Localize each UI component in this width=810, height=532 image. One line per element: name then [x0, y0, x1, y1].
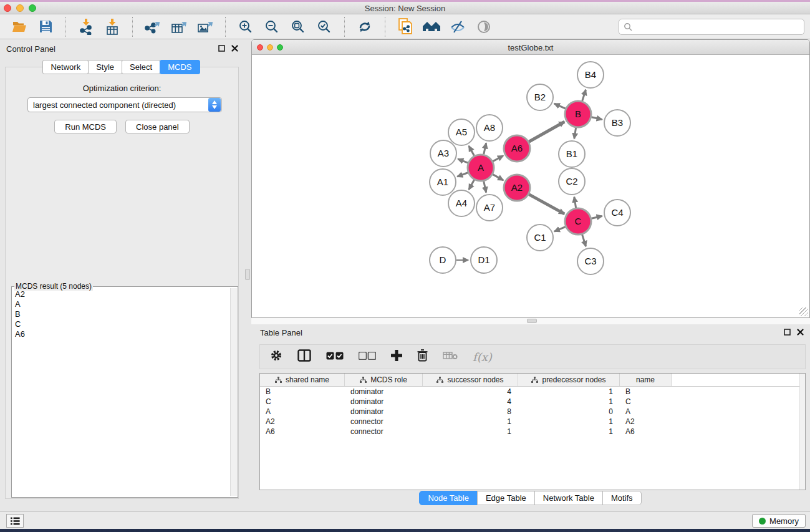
float-panel-icon[interactable]	[218, 45, 225, 52]
table-cell[interactable]: 0	[518, 407, 620, 417]
graph-edge-A2-C[interactable]	[529, 195, 564, 214]
graph-node-C4[interactable]: C4	[604, 200, 630, 226]
table-cell[interactable]: 1	[518, 417, 620, 427]
table-cell[interactable]: 1	[423, 427, 518, 437]
table-cell[interactable]: A6	[260, 427, 345, 437]
task-history-button[interactable]	[6, 514, 24, 528]
graph-edge-B-B3[interactable]	[591, 117, 602, 120]
graph-node-D[interactable]: D	[430, 247, 456, 273]
tab-style[interactable]: Style	[88, 60, 122, 74]
tab-network[interactable]: Network	[42, 60, 89, 74]
graph-edge-B-B1[interactable]	[574, 128, 576, 139]
table-cell[interactable]: 1	[518, 397, 620, 407]
graph-node-A8[interactable]: A8	[476, 115, 503, 141]
graph-node-A3[interactable]: A3	[430, 140, 456, 167]
refresh-view-button[interactable]	[355, 17, 375, 37]
hide-graphics-details-button[interactable]	[448, 17, 468, 37]
import-table-button[interactable]	[102, 17, 122, 37]
graph-node-C1[interactable]: C1	[527, 225, 553, 251]
column-header[interactable]: predecessor nodes	[518, 374, 620, 386]
table-row[interactable]: Adominator80A	[260, 407, 805, 417]
graph-edge-A-A3[interactable]	[458, 159, 468, 163]
select-all-columns-button[interactable]	[326, 351, 344, 362]
table-cell[interactable]: 8	[423, 407, 518, 417]
graph-edge-A-A2[interactable]	[493, 175, 503, 180]
table-cell[interactable]: 1	[518, 387, 620, 397]
zoom-fit-button[interactable]	[288, 17, 308, 37]
table-cell[interactable]: C	[620, 397, 672, 407]
table-row[interactable]: A6connector11A6	[260, 427, 805, 437]
graph-node-A1[interactable]: A1	[430, 169, 456, 195]
table-cell[interactable]: 1	[518, 427, 620, 437]
column-header[interactable]: MCDS role	[345, 374, 423, 386]
column-header[interactable]: successor nodes	[423, 374, 518, 386]
graph-node-A5[interactable]: A5	[448, 119, 475, 145]
table-row[interactable]: Cdominator41C	[260, 397, 805, 407]
table-cell[interactable]: 4	[423, 387, 518, 397]
import-network-button[interactable]	[76, 17, 96, 37]
graph-node-B1[interactable]: B1	[559, 141, 585, 167]
table-cell[interactable]: connector	[345, 417, 423, 427]
graph-edge-A-A6[interactable]	[493, 156, 503, 162]
graph-node-B[interactable]: B	[565, 101, 591, 127]
graph-edge-A6-B[interactable]	[529, 122, 564, 142]
graph-edge-C-C1[interactable]	[554, 227, 566, 232]
table-cell[interactable]: connector	[345, 427, 423, 437]
open-session-button[interactable]	[9, 17, 29, 37]
graph-node-B4[interactable]: B4	[577, 62, 604, 88]
table-cell[interactable]: A	[260, 407, 345, 417]
delete-columns-button[interactable]	[417, 349, 428, 364]
graph-node-C2[interactable]: C2	[559, 168, 585, 195]
show-graphics-details-button[interactable]	[474, 17, 494, 37]
zoom-selected-button[interactable]	[314, 17, 334, 37]
horizontal-splitter[interactable]	[251, 318, 810, 324]
graph-node-B3[interactable]: B3	[604, 110, 630, 136]
close-table-panel-icon[interactable]	[797, 329, 804, 336]
graph-node-C[interactable]: C	[565, 208, 591, 235]
graph-edge-A-A1[interactable]	[457, 173, 468, 177]
table-cell[interactable]: A2	[260, 417, 345, 427]
table-cell[interactable]: B	[260, 387, 345, 397]
run-mcds-button[interactable]: Run MCDS	[54, 120, 117, 133]
search-input[interactable]	[635, 22, 804, 32]
graph-node-A4[interactable]: A4	[448, 190, 475, 216]
graph-node-C3[interactable]: C3	[577, 248, 604, 274]
graph-node-A2[interactable]: A2	[504, 175, 530, 201]
memory-button[interactable]: Memory	[752, 514, 806, 528]
network-window-titlebar[interactable]: testGlobe.txt	[252, 40, 809, 55]
graph-edge-C-C4[interactable]	[591, 216, 602, 218]
float-table-panel-icon[interactable]	[784, 329, 791, 336]
table-cell[interactable]: A2	[620, 417, 672, 427]
close-panel-button[interactable]: Close panel	[125, 120, 190, 133]
column-settings-button[interactable]	[270, 349, 282, 364]
column-header[interactable]: shared name	[260, 374, 345, 386]
column-header[interactable]: name	[620, 374, 672, 386]
vertical-splitter[interactable]	[243, 39, 251, 511]
graph-edge-A-A7[interactable]	[484, 181, 486, 192]
table-cell[interactable]: A6	[620, 427, 672, 437]
graph-edge-C-C3[interactable]	[582, 235, 586, 246]
graph-edge-B-B2[interactable]	[554, 104, 566, 109]
zoom-in-button[interactable]	[236, 17, 256, 37]
table-cell[interactable]: B	[620, 387, 672, 397]
tab-edge-table[interactable]: Edge Table	[477, 491, 535, 505]
graph-node-A[interactable]: A	[468, 155, 494, 181]
export-image-button[interactable]	[195, 17, 215, 37]
tab-network-table[interactable]: Network Table	[534, 491, 603, 505]
table-row[interactable]: Bdominator41B	[260, 387, 805, 397]
tab-motifs[interactable]: Motifs	[602, 491, 642, 505]
home-layout-button[interactable]	[422, 17, 441, 37]
tab-select[interactable]: Select	[122, 60, 160, 74]
result-item[interactable]: A	[13, 299, 229, 309]
table-row[interactable]: A2connector11A2	[260, 417, 805, 427]
table-cell[interactable]: 4	[423, 397, 518, 407]
graph-node-D1[interactable]: D1	[471, 247, 497, 273]
graph-edge-A-A4[interactable]	[469, 180, 475, 190]
graph-node-A7[interactable]: A7	[476, 195, 503, 221]
unselect-all-columns-button[interactable]	[359, 351, 376, 362]
table-cell[interactable]: dominator	[345, 407, 423, 417]
graph-edge-C-C2[interactable]	[574, 197, 576, 208]
tab-node-table[interactable]: Node Table	[419, 491, 478, 505]
graph-node-A6[interactable]: A6	[504, 135, 530, 162]
graph-edge-A-A5[interactable]	[469, 146, 475, 156]
